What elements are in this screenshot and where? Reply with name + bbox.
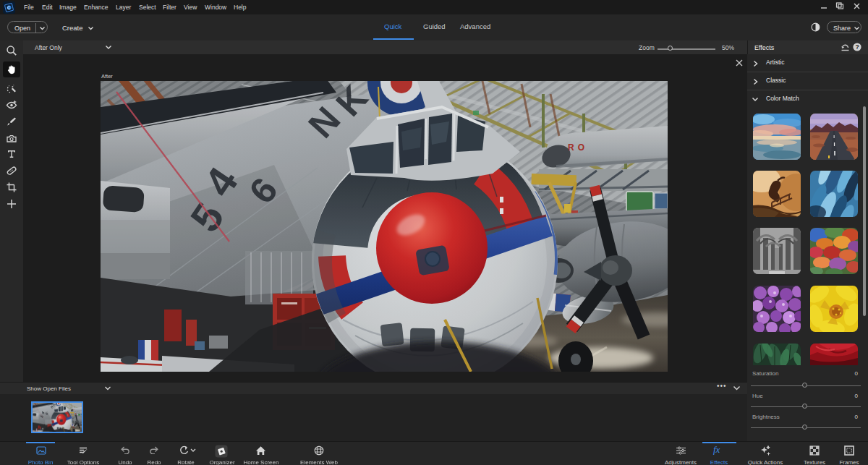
svg-text:?: ? bbox=[855, 43, 859, 51]
